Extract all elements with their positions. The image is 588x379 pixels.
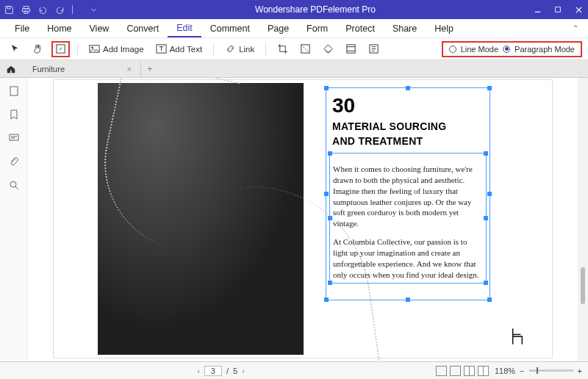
new-tab-button[interactable]: +: [147, 63, 153, 74]
vertical-scrollbar[interactable]: [578, 78, 588, 361]
undo-icon[interactable]: [38, 5, 48, 15]
resize-handle[interactable]: [484, 216, 488, 220]
resize-handle[interactable]: [406, 86, 410, 90]
heading-line2: AND TREATMENT: [332, 135, 484, 147]
paragraph-mode-label: Paragraph Mode: [514, 45, 575, 54]
add-image-button[interactable]: Add Image: [85, 41, 148, 57]
menu-edit[interactable]: Edit: [168, 19, 201, 37]
prev-page-button[interactable]: ‹: [197, 367, 200, 375]
next-page-button[interactable]: ›: [242, 367, 245, 375]
link-button[interactable]: Link: [221, 41, 258, 57]
resize-handle[interactable]: [484, 281, 488, 285]
resize-handle[interactable]: [324, 86, 329, 90]
continuous-view[interactable]: [450, 366, 461, 376]
view-mode-buttons: [436, 366, 489, 376]
body-paragraph-1: When it comes to choosing furniture, we'…: [333, 164, 483, 229]
menu-page[interactable]: Page: [259, 19, 298, 37]
select-tool[interactable]: [6, 41, 24, 57]
window-title: Wondershare PDFelement Pro: [98, 4, 532, 15]
bates-tool[interactable]: [365, 41, 383, 57]
resize-handle[interactable]: [324, 297, 329, 302]
svg-point-7: [91, 46, 93, 48]
scrollbar-thumb[interactable]: [581, 267, 585, 304]
page-separator: /: [226, 367, 229, 375]
chair-icon: [511, 328, 524, 344]
collapse-ribbon-icon[interactable]: ⌃: [569, 24, 582, 34]
resize-handle[interactable]: [328, 281, 332, 285]
line-mode-label: Line Mode: [461, 45, 498, 54]
single-page-view[interactable]: [436, 366, 447, 376]
side-panel: [0, 78, 28, 361]
menu-comment[interactable]: Comment: [201, 19, 259, 37]
zoom-in-button[interactable]: +: [578, 367, 582, 375]
menu-convert[interactable]: Convert: [118, 19, 168, 37]
search-panel-icon[interactable]: [8, 179, 20, 191]
page: 30 MATERIAL SOURCING AND TREATMENT When …: [53, 79, 553, 358]
quick-access-toolbar: [4, 5, 98, 15]
svg-point-14: [10, 181, 16, 187]
bookmark-icon[interactable]: [8, 109, 20, 120]
inner-text-box[interactable]: When it comes to choosing furniture, we'…: [329, 153, 487, 284]
resize-handle[interactable]: [406, 297, 410, 302]
zoom-out-button[interactable]: −: [520, 367, 524, 375]
menu-form[interactable]: Form: [298, 19, 337, 37]
zoom-level[interactable]: 118%: [495, 367, 515, 375]
resize-handle[interactable]: [487, 192, 492, 196]
document-canvas[interactable]: 30 MATERIAL SOURCING AND TREATMENT When …: [28, 78, 578, 361]
resize-handle[interactable]: [487, 86, 492, 90]
menu-home[interactable]: Home: [38, 19, 80, 37]
menu-share[interactable]: Share: [384, 19, 426, 37]
menu-file[interactable]: File: [6, 19, 38, 37]
attachment-icon[interactable]: [8, 156, 20, 167]
minimize-button[interactable]: [532, 4, 542, 15]
menu-help[interactable]: Help: [426, 19, 462, 37]
edit-toolbar: Add Image Add Text Link Line Mode Paragr…: [0, 38, 588, 60]
svg-rect-1: [24, 6, 29, 8]
zoom-slider[interactable]: [529, 369, 573, 372]
page-number-heading: 30: [332, 94, 484, 118]
resize-handle[interactable]: [324, 192, 329, 196]
resize-handle[interactable]: [484, 151, 488, 156]
watermark-tool[interactable]: [296, 41, 315, 57]
hand-tool[interactable]: [29, 41, 47, 57]
body-paragraph-2: At Columbia Collective, our passion is t…: [333, 237, 483, 280]
two-continuous-view[interactable]: [478, 366, 489, 376]
qat-divider: [72, 5, 82, 14]
page-navigator: ‹ 3 / 5 ›: [197, 366, 245, 376]
document-tab-strip: Furniture × +: [0, 60, 588, 78]
svg-rect-10: [347, 45, 355, 53]
line-mode-radio[interactable]: [449, 46, 456, 53]
comment-panel-icon[interactable]: [8, 132, 20, 144]
text-edit-box[interactable]: 30 MATERIAL SOURCING AND TREATMENT When …: [326, 87, 490, 300]
main-area: 30 MATERIAL SOURCING AND TREATMENT When …: [0, 78, 588, 361]
resize-handle[interactable]: [328, 151, 332, 156]
edit-object-tool[interactable]: [51, 41, 70, 57]
close-tab-icon[interactable]: ×: [127, 65, 132, 73]
two-page-view[interactable]: [464, 366, 475, 376]
close-button[interactable]: [573, 4, 584, 15]
resize-handle[interactable]: [328, 216, 332, 220]
current-page[interactable]: 3: [204, 366, 222, 376]
thumbnails-icon[interactable]: [8, 85, 20, 97]
crop-tool[interactable]: [273, 41, 292, 57]
menu-view[interactable]: View: [81, 19, 118, 37]
menu-protect[interactable]: Protect: [337, 19, 384, 37]
save-icon[interactable]: [4, 5, 14, 15]
paragraph-mode-radio[interactable]: [503, 46, 510, 53]
resize-handle[interactable]: [487, 297, 492, 302]
home-icon[interactable]: [6, 64, 16, 74]
document-tab[interactable]: Furniture ×: [24, 61, 141, 77]
print-icon[interactable]: [21, 5, 31, 15]
zoom-controls: 118% − +: [495, 367, 582, 375]
add-text-button[interactable]: Add Text: [152, 41, 207, 57]
total-pages: 5: [233, 367, 237, 375]
heading-line1: MATERIAL SOURCING: [332, 120, 484, 132]
title-bar: Wondershare PDFelement Pro: [0, 0, 588, 19]
redo-icon[interactable]: [55, 5, 65, 15]
page-image[interactable]: [98, 83, 304, 355]
header-footer-tool[interactable]: [342, 41, 360, 57]
chevron-down-icon[interactable]: [89, 5, 98, 15]
background-tool[interactable]: [319, 41, 337, 57]
maximize-button[interactable]: [553, 4, 563, 15]
document-tab-label: Furniture: [32, 65, 65, 73]
